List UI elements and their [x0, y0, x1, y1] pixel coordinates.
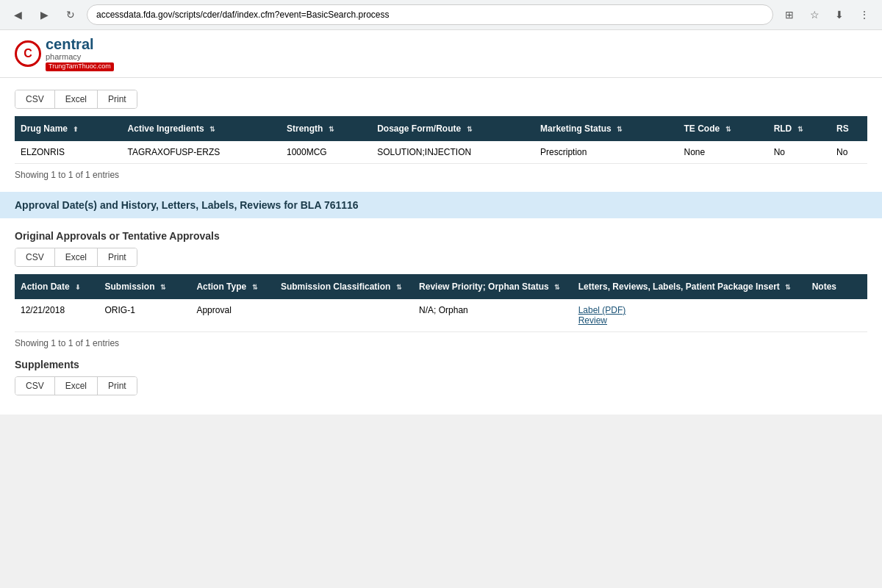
cell-marketing-status: Prescription [534, 141, 678, 164]
approval-print-button[interactable]: Print [98, 248, 137, 266]
cell-rs: No [831, 141, 867, 164]
sort-icon-strength: ⇅ [329, 126, 334, 133]
cell-action-type: Approval [190, 299, 275, 332]
sort-icon-te: ⇅ [725, 126, 731, 133]
cell-letters-reviews: Label (PDF) Review [573, 299, 806, 332]
logo-central-text: central [46, 36, 114, 52]
logo-pharmacy-text: pharmacy [46, 52, 114, 61]
col-notes[interactable]: Notes [806, 274, 867, 299]
refresh-button[interactable]: ↻ [60, 4, 81, 25]
supplements-title: Supplements [15, 359, 867, 370]
approval-table: Action Date ⬇ Submission ⇅ Action Type ⇅… [15, 274, 867, 332]
bookmark-icon[interactable]: ☆ [804, 4, 825, 25]
browser-icons: ⊞ ☆ ⬇ ⋮ [779, 4, 875, 25]
cell-submission: ORIG-1 [99, 299, 191, 332]
sort-icon-review-priority: ⇅ [554, 284, 560, 291]
col-drug-name[interactable]: Drug Name ⬆ [15, 116, 122, 141]
sort-icon-submission: ⇅ [160, 284, 166, 291]
col-rs[interactable]: RS [831, 116, 867, 141]
logo-badge: TrungTamThuoc.com [46, 62, 114, 71]
col-submission-classification[interactable]: Submission Classification ⇅ [275, 274, 413, 299]
col-strength[interactable]: Strength ⇅ [281, 116, 371, 141]
drug-export-buttons: CSV Excel Print [15, 90, 137, 109]
col-te-code[interactable]: TE Code ⇅ [678, 116, 767, 141]
cell-submission-classification [275, 299, 413, 332]
supplements-csv-button[interactable]: CSV [15, 377, 55, 395]
sort-icon-action-type: ⇅ [252, 284, 258, 291]
col-active-ingredients[interactable]: Active Ingredients ⇅ [122, 116, 281, 141]
download-icon[interactable]: ⬇ [829, 4, 850, 25]
sort-icon-sub-class: ⇅ [396, 284, 402, 291]
sort-icon-marketing: ⇅ [617, 126, 623, 133]
browser-toolbar: ◀ ▶ ↻ ⊞ ☆ ⬇ ⋮ [0, 0, 882, 29]
logo-icon: C [15, 40, 41, 67]
approval-export-buttons: CSV Excel Print [15, 248, 137, 267]
approval-csv-button[interactable]: CSV [15, 248, 55, 266]
sort-icon-rld: ⇅ [797, 126, 803, 133]
main-content: CSV Excel Print Drug Name ⬆ Active Ingre… [0, 78, 882, 415]
drug-print-button[interactable]: Print [98, 90, 137, 108]
logo-bar: C central pharmacy TrungTamThuoc.com [0, 30, 882, 78]
cell-strength: 1000MCG [281, 141, 371, 164]
approval-showing-text: Showing 1 to 1 of 1 entries [15, 338, 867, 348]
cell-dosage-form: SOLUTION;INJECTION [371, 141, 534, 164]
drug-table: Drug Name ⬆ Active Ingredients ⇅ Strengt… [15, 116, 867, 164]
logo-text: central pharmacy TrungTamThuoc.com [46, 36, 114, 71]
cell-notes [806, 299, 867, 332]
logo: C central pharmacy TrungTamThuoc.com [15, 36, 114, 71]
supplements-print-button[interactable]: Print [98, 377, 137, 395]
col-action-type[interactable]: Action Type ⇅ [190, 274, 275, 299]
original-approvals-title: Original Approvals or Tentative Approval… [15, 230, 867, 242]
sort-icon-action-date: ⬇ [75, 284, 81, 291]
sort-icon-dosage: ⇅ [467, 126, 473, 133]
cell-drug-name: ELZONRIS [15, 141, 122, 164]
address-bar[interactable] [87, 4, 773, 25]
approval-section-header: Approval Date(s) and History, Letters, L… [0, 192, 882, 218]
supplements-export-buttons: CSV Excel Print [15, 376, 137, 395]
drug-showing-text: Showing 1 to 1 of 1 entries [15, 170, 867, 180]
translate-icon[interactable]: ⊞ [779, 4, 800, 25]
sort-icon-active: ⇅ [209, 126, 215, 133]
sort-icon-drug-name: ⬆ [73, 126, 79, 133]
browser-chrome: ◀ ▶ ↻ ⊞ ☆ ⬇ ⋮ [0, 0, 882, 30]
drug-csv-button[interactable]: CSV [15, 90, 55, 108]
col-dosage-form[interactable]: Dosage Form/Route ⇅ [371, 116, 534, 141]
forward-button[interactable]: ▶ [34, 4, 54, 25]
col-letters-reviews[interactable]: Letters, Reviews, Labels, Patient Packag… [573, 274, 806, 299]
drug-table-row: ELZONRIS TAGRAXOFUSP-ERZS 1000MCG SOLUTI… [15, 141, 867, 164]
cell-rld: No [768, 141, 831, 164]
sort-icon-letters: ⇅ [785, 284, 791, 291]
cell-te-code: None [678, 141, 767, 164]
approval-excel-button[interactable]: Excel [55, 248, 98, 266]
col-rld[interactable]: RLD ⇅ [768, 116, 831, 141]
approval-table-row: 12/21/2018 ORIG-1 Approval N/A; Orphan L… [15, 299, 867, 332]
back-button[interactable]: ◀ [7, 4, 28, 25]
cell-review-priority: N/A; Orphan [413, 299, 573, 332]
review-link[interactable]: Review [578, 315, 800, 326]
col-marketing-status[interactable]: Marketing Status ⇅ [534, 116, 678, 141]
col-review-priority[interactable]: Review Priority; Orphan Status ⇅ [413, 274, 573, 299]
col-action-date[interactable]: Action Date ⬇ [15, 274, 99, 299]
supplements-excel-button[interactable]: Excel [55, 377, 98, 395]
cell-action-date: 12/21/2018 [15, 299, 99, 332]
drug-excel-button[interactable]: Excel [55, 90, 98, 108]
approval-title-text: Approval Date(s) and History, Letters, L… [15, 199, 359, 211]
menu-icon[interactable]: ⋮ [854, 4, 875, 25]
col-submission[interactable]: Submission ⇅ [99, 274, 191, 299]
cell-active-ingredients: TAGRAXOFUSP-ERZS [122, 141, 281, 164]
label-pdf-link[interactable]: Label (PDF) [578, 305, 800, 315]
